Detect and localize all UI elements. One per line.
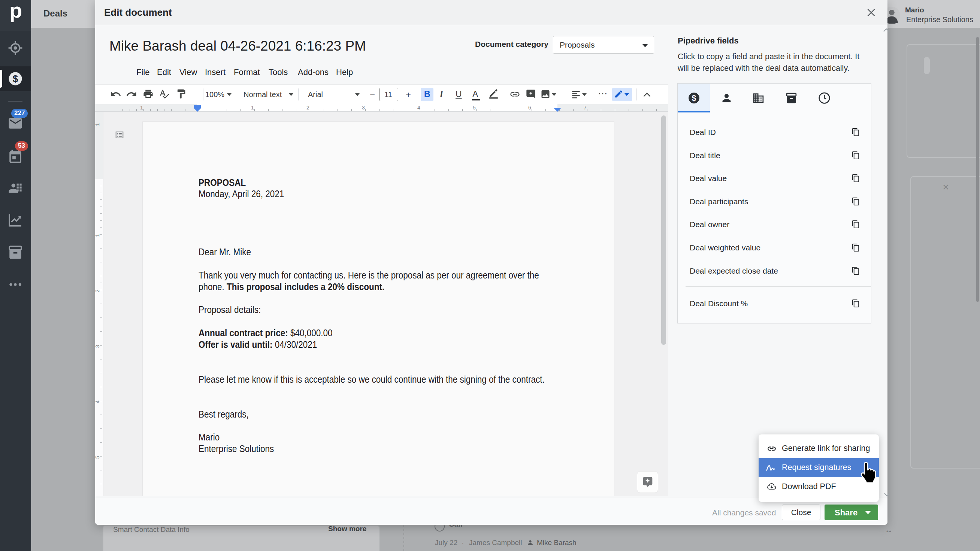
svg-text:$: $ bbox=[13, 73, 18, 84]
svg-text:p: p bbox=[10, 0, 22, 22]
svg-text:$: $ bbox=[692, 94, 697, 103]
